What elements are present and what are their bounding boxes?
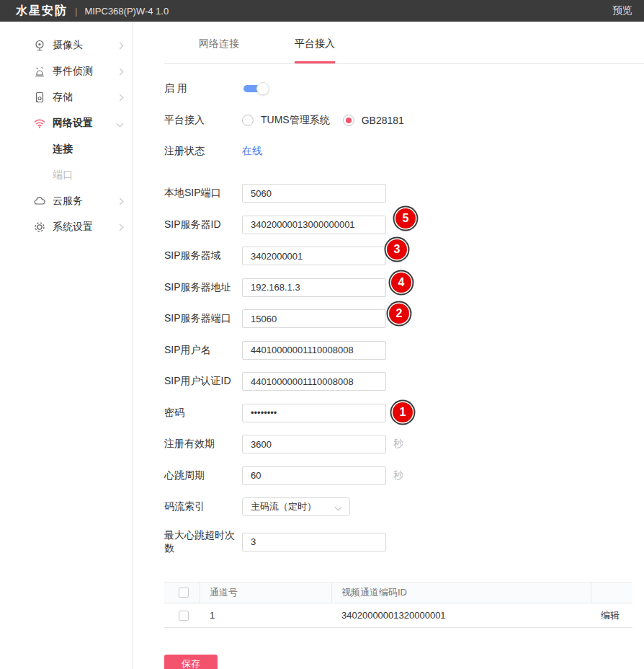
sip-auth-id-row: SIP用户认证ID <box>164 372 644 391</box>
platform-type-row: 平台接入 TUMS管理系统 GB28181 <box>164 111 644 130</box>
radio-label: TUMS管理系统 <box>261 114 330 127</box>
sip-server-domain-input[interactable] <box>242 247 386 265</box>
storage-icon <box>33 91 46 104</box>
save-button[interactable]: 保存 <box>164 655 218 669</box>
gear-icon <box>33 221 46 234</box>
sidebar-item-label: 连接 <box>53 143 122 156</box>
unit-label: 秒 <box>393 438 403 451</box>
sidebar-item-cloud-service[interactable]: 云服务 <box>0 188 133 214</box>
annotation-badge: 3 <box>387 239 407 260</box>
sidebar-subitem-port[interactable]: 端口 <box>0 162 133 188</box>
sip-username-input[interactable] <box>242 341 386 360</box>
platform-access-form: 启 用 平台接入 TUMS管理系统 GB28181 注册状态 在线 <box>133 64 644 669</box>
enable-label: 启 用 <box>164 82 242 95</box>
row-channel-cell: 1 <box>200 603 332 627</box>
tab-network-connection[interactable]: 网络连接 <box>199 22 239 63</box>
header-action-cell <box>591 582 632 603</box>
sidebar-item-storage[interactable]: 存储 <box>0 84 133 110</box>
max-heartbeat-timeout-input[interactable] <box>242 533 386 551</box>
camera-icon <box>33 39 46 52</box>
local-sip-port-input[interactable] <box>242 184 386 203</box>
sidebar: 摄像头 事件侦测 存储 <box>0 22 133 669</box>
channel-table: 通道号 视频通道编码ID 1 3402000000132000000 <box>164 582 632 628</box>
field-label: 码流索引 <box>164 500 242 513</box>
field-label: 密码 <box>164 407 242 420</box>
sidebar-item-event-detection[interactable]: 事件侦测 <box>0 58 133 84</box>
registration-validity-input[interactable] <box>242 435 386 453</box>
sip-auth-id-input[interactable] <box>242 372 386 391</box>
field-label: SIP用户名 <box>164 344 242 357</box>
field-label: 心跳周期 <box>164 469 242 482</box>
alarm-icon <box>33 65 46 78</box>
sidebar-item-label: 事件侦测 <box>53 65 117 78</box>
channel-number: 1 <box>210 610 215 621</box>
logo-divider: | <box>75 6 77 17</box>
sip-server-address-row: SIP服务器地址 4 <box>164 278 644 297</box>
brand-logo: 水星安防 <box>16 4 68 19</box>
field-label: 注册有效期 <box>164 438 242 451</box>
unit-label: 秒 <box>393 469 403 482</box>
sidebar-item-label: 存储 <box>53 91 117 104</box>
sidebar-item-label: 摄像头 <box>53 39 117 52</box>
selected-option: 主码流（定时） <box>251 500 316 513</box>
chevron-right-icon <box>117 68 124 75</box>
table-header: 通道号 视频通道编码ID <box>164 582 632 603</box>
heartbeat-period-input[interactable] <box>242 466 386 485</box>
registration-validity-row: 注册有效期 秒 <box>164 435 644 453</box>
enable-toggle[interactable] <box>243 85 264 92</box>
radio-gb28181[interactable]: GB28181 <box>343 115 404 126</box>
top-bar: 水星安防 | MIPC368(P)W-4 1.0 预览 <box>0 0 644 22</box>
registration-status-row: 注册状态 在线 <box>164 142 644 161</box>
sidebar-item-label: 端口 <box>53 169 122 182</box>
tab-bar: 网络连接 平台接入 <box>164 22 644 64</box>
chevron-right-icon <box>117 42 124 49</box>
main-panel: 网络连接 平台接入 启 用 平台接入 TUMS管理系统 G <box>133 22 644 669</box>
wifi-icon <box>33 117 46 130</box>
sip-server-port-row: SIP服务器端口 2 <box>164 309 644 328</box>
row-checkbox[interactable] <box>179 611 189 621</box>
sidebar-item-system-settings[interactable]: 系统设置 <box>0 214 133 240</box>
stream-index-select[interactable]: 主码流（定时） <box>242 497 350 516</box>
local-sip-port-row: 本地SIP端口 <box>164 184 644 203</box>
sip-server-domain-row: SIP服务器域 3 <box>164 247 644 265</box>
radio-tums[interactable]: TUMS管理系统 <box>242 114 330 127</box>
field-label: SIP服务器端口 <box>164 312 242 325</box>
tab-label: 网络连接 <box>199 37 239 50</box>
tab-platform-access[interactable]: 平台接入 <box>295 22 335 63</box>
row-video-id-cell: 34020000001320000001 <box>332 603 591 627</box>
sip-server-id-row: SIP服务器ID 5 <box>164 216 644 234</box>
password-input[interactable] <box>242 404 386 422</box>
password-row: 密码 1 <box>164 404 644 422</box>
sidebar-item-camera[interactable]: 摄像头 <box>0 32 133 58</box>
sidebar-item-label: 云服务 <box>53 195 117 208</box>
sidebar-item-label: 系统设置 <box>53 221 117 234</box>
sip-server-port-input[interactable] <box>242 309 386 328</box>
toggle-knob <box>256 82 269 95</box>
enable-row: 启 用 <box>164 79 644 98</box>
field-label: SIP服务器地址 <box>164 281 242 294</box>
preview-link[interactable]: 预览 <box>612 4 632 17</box>
select-all-checkbox[interactable] <box>179 588 189 598</box>
max-heartbeat-timeout-row: 最大心跳超时次数 <box>164 529 644 555</box>
header-channel-cell: 通道号 <box>200 582 332 603</box>
sip-server-id-input[interactable] <box>242 216 386 234</box>
column-header: 视频通道编码ID <box>341 586 407 599</box>
field-label: 本地SIP端口 <box>164 187 242 200</box>
sip-server-address-input[interactable] <box>242 278 386 297</box>
chevron-down-icon <box>335 504 342 511</box>
tab-label: 平台接入 <box>295 37 335 50</box>
registration-status-value: 在线 <box>242 145 262 158</box>
field-label: SIP服务器ID <box>164 218 242 231</box>
sidebar-item-network-settings[interactable]: 网络设置 <box>0 110 133 136</box>
heartbeat-period-row: 心跳周期 秒 <box>164 466 644 485</box>
chevron-right-icon <box>117 94 124 101</box>
cloud-icon <box>33 195 46 208</box>
edit-link[interactable]: 编辑 <box>601 609 620 622</box>
annotation-badge: 1 <box>393 402 413 422</box>
annotation-badge: 4 <box>391 273 411 293</box>
registration-status-label: 注册状态 <box>164 145 242 158</box>
stream-index-row: 码流索引 主码流（定时） <box>164 497 644 516</box>
field-label: 最大心跳超时次数 <box>164 529 242 555</box>
header-video-id-cell: 视频通道编码ID <box>332 582 591 603</box>
sidebar-subitem-connection[interactable]: 连接 <box>0 136 133 162</box>
